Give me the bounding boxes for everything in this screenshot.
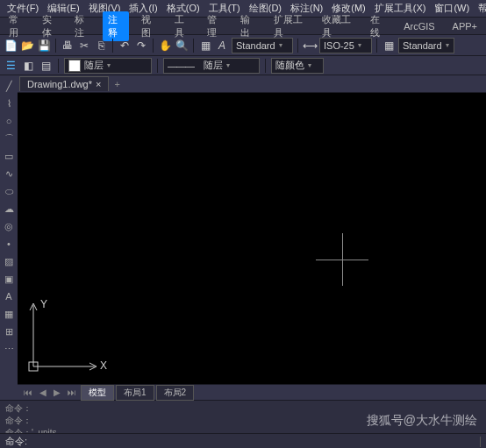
document-tabs: Drawing1.dwg* × + (18, 75, 486, 93)
tab-next-icon[interactable]: ▶ (51, 388, 63, 397)
model-tab[interactable]: 模型 (81, 385, 114, 401)
new-icon[interactable]: 📄 (4, 39, 18, 53)
tab-prev-icon[interactable]: ◀ (37, 388, 49, 397)
tab-annotate[interactable]: 注释 (103, 11, 129, 41)
command-line[interactable]: 命令: (0, 433, 486, 448)
layout2-tab[interactable]: 布局2 (156, 385, 195, 401)
command-input[interactable] (31, 437, 476, 447)
separator (265, 59, 266, 73)
layerprops-icon[interactable]: ▤ (39, 59, 53, 73)
drawing-canvas[interactable]: Y X (18, 93, 486, 384)
pan-icon[interactable]: ✋ (158, 39, 172, 53)
history-line: 命令： (5, 415, 481, 427)
cloud-tool[interactable]: ☁ (2, 202, 16, 216)
layout1-tab[interactable]: 布局1 (116, 385, 154, 401)
arc-tool[interactable]: ⌒ (2, 132, 16, 146)
zoom-icon[interactable]: 🔍 (175, 39, 189, 53)
doc-title: Drawing1.dwg* (27, 79, 92, 89)
redo-icon[interactable]: ↷ (134, 39, 148, 53)
separator (153, 39, 154, 53)
color-swatch (68, 60, 81, 72)
point-tool[interactable]: • (2, 237, 16, 251)
y-axis-label: Y (40, 298, 47, 310)
separator (297, 39, 298, 53)
text-tool[interactable]: A (2, 289, 16, 303)
history-line: 命令： (5, 402, 481, 415)
doc-tab[interactable]: Drawing1.dwg* × (19, 76, 109, 91)
table-tool[interactable]: ▦ (2, 307, 16, 321)
separator (157, 59, 158, 73)
tab-entity[interactable]: 实体 (37, 11, 63, 41)
ellipse-tool[interactable]: ⬭ (2, 184, 16, 198)
ribbon-tabs: 常用 实体 标注 注释 视图 工具 管理 输出 扩展工具 收藏工具 在线 Arc… (0, 18, 486, 35)
table-icon[interactable]: ▦ (382, 39, 396, 53)
menu-help[interactable]: 帮助(H) (475, 0, 486, 17)
pline-tool[interactable]: ⌇ (2, 96, 16, 110)
tab-appplus[interactable]: APP+ (447, 19, 482, 33)
tab-first-icon[interactable]: ⏮ (21, 388, 35, 397)
more-tool[interactable]: ⋯ (2, 342, 16, 356)
layer-icon[interactable]: ☰ (4, 59, 18, 73)
tab-arcgis[interactable]: ArcGIS (398, 19, 440, 33)
grid-tool[interactable]: ⊞ (2, 324, 16, 338)
tab-ext[interactable]: 扩展工具 (268, 11, 310, 41)
tab-dim[interactable]: 标注 (69, 11, 96, 41)
dimstyle-dropdown[interactable]: ISO-25 (319, 38, 372, 53)
x-axis-label: X (100, 359, 107, 372)
grid-icon[interactable]: ▦ (198, 39, 212, 53)
undo-icon[interactable]: ↶ (118, 39, 132, 53)
new-tab-icon[interactable]: + (109, 79, 125, 89)
tab-last-icon[interactable]: ⏭ (65, 388, 79, 397)
open-icon[interactable]: 📂 (20, 39, 34, 53)
tab-online[interactable]: 在线 (365, 11, 391, 41)
tab-view[interactable]: 视图 (136, 11, 162, 41)
layer-toolbar: ☰ ◧ ▤ 随层 ——— 随层 随颜色 (0, 56, 486, 75)
spline-tool[interactable]: ∿ (2, 167, 16, 181)
donut-tool[interactable]: ◎ (2, 219, 16, 233)
layeriso-icon[interactable]: ◧ (21, 59, 35, 73)
command-history: 命令： 命令： 命令：'_units 命令：C:\Users\Administr… (0, 400, 486, 433)
region-tool[interactable]: ▣ (2, 272, 16, 286)
command-prompt: 命令: (5, 435, 27, 448)
dim-icon[interactable]: ⟷ (303, 39, 317, 53)
textstyle-dropdown[interactable]: Standard (232, 38, 293, 53)
tab-tools[interactable]: 工具 (169, 11, 196, 41)
circle-tool[interactable]: ○ (2, 114, 16, 128)
cut-icon[interactable]: ✂ (77, 39, 91, 53)
tab-home[interactable]: 常用 (4, 11, 30, 41)
close-icon[interactable]: × (96, 79, 101, 89)
separator (376, 39, 377, 53)
text-icon[interactable]: A (215, 39, 229, 53)
tab-output[interactable]: 输出 (235, 11, 261, 41)
rect-tool[interactable]: ▭ (2, 149, 16, 163)
layer-dropdown[interactable]: 随层 (64, 58, 152, 74)
separator (112, 39, 113, 53)
tab-manage[interactable]: 管理 (202, 11, 228, 41)
ucs-icon: Y X (25, 296, 104, 377)
canvas-wrap: Drawing1.dwg* × + Y X ⏮ ◀ ▶ (18, 75, 486, 400)
separator (58, 59, 59, 73)
menu-window[interactable]: 窗口(W) (431, 0, 473, 17)
workspace: ╱ ⌇ ○ ⌒ ▭ ∿ ⬭ ☁ ◎ • ▨ ▣ A ▦ ⊞ ⋯ Drawing1… (0, 75, 486, 400)
tab-fav[interactable]: 收藏工具 (317, 11, 358, 41)
hatch-tool[interactable]: ▨ (2, 254, 16, 268)
history-line: 命令：'_units (5, 427, 481, 433)
save-icon[interactable]: 💾 (37, 39, 51, 53)
separator (193, 39, 194, 53)
tablestyle-dropdown[interactable]: Standard (398, 38, 454, 53)
linetype-dropdown[interactable]: ——— 随层 (163, 58, 260, 74)
copy-icon[interactable]: ⎘ (94, 39, 108, 53)
color-dropdown[interactable]: 随颜色 (271, 58, 324, 74)
layout-tabs: ⏮ ◀ ▶ ⏭ 模型 布局1 布局2 (18, 384, 486, 400)
line-tool[interactable]: ╱ (2, 79, 16, 93)
toolbar-main: 📄 📂 💾 🖶 ✂ ⎘ ↶ ↷ ✋ 🔍 ▦ A Standard ⟷ ISO-2… (0, 35, 486, 56)
separator (55, 39, 56, 53)
print-icon[interactable]: 🖶 (61, 39, 75, 53)
left-toolbar: ╱ ⌇ ○ ⌒ ▭ ∿ ⬭ ☁ ◎ • ▨ ▣ A ▦ ⊞ ⋯ (0, 75, 18, 400)
